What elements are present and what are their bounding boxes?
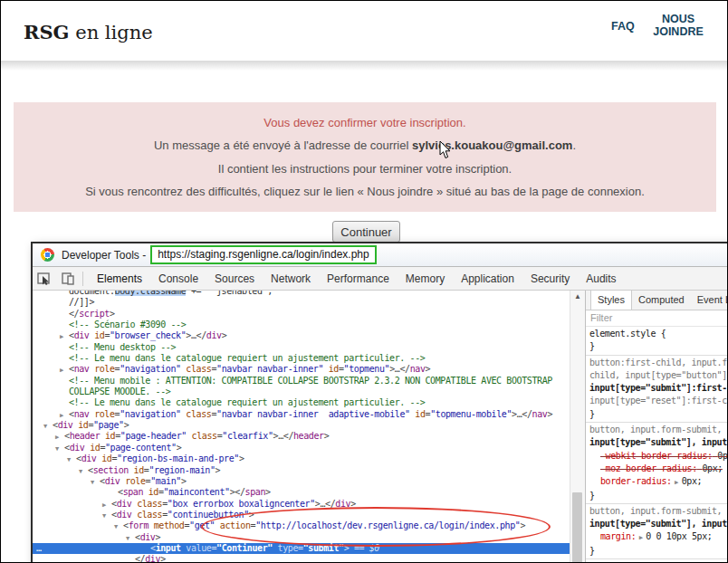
alert-title: Vous devez confirmer votre inscription. [23,116,707,129]
style-rule: button, input.form-submit, iinput[type="… [586,559,727,563]
elements-node[interactable]: ▼<div id="page"> [33,420,570,431]
style-selector[interactable]: } [589,408,727,421]
styles-panel-tabs: StylesComputedEvent Listeners [586,291,727,310]
devtools-tabbar-tabs: ElementsConsoleSourcesNetworkPerformance… [89,268,625,290]
devtools-url-highlighted: https://staging.rsgenligne.ca/login/inde… [150,245,377,264]
alert-email: sylvies.kouakou@gmail.com [412,138,572,152]
devtools-window-title: Developer Tools - [62,249,146,262]
devtools-tab-memory[interactable]: Memory [398,268,453,290]
elements-node[interactable]: ▼<div id="region-bs-main-and-pre"> [33,453,570,464]
style-selector[interactable]: button, input.form-submit, i [589,424,727,436]
alert-email-suffix: . [572,138,576,152]
style-property[interactable]: border-radius:▶0px; [589,475,727,489]
elements-selected-node[interactable]: …<input value="Continuer" type="submit">… [33,543,570,554]
elements-node[interactable]: document.body.className += ' jsenabled'; [33,291,570,297]
inspect-element-icon[interactable] [37,272,52,285]
logo-bold: RSG [24,21,70,43]
site-logo[interactable]: RSG en ligne [24,21,153,43]
style-selector[interactable]: button:first-child, input.fo [589,357,727,369]
screen: RSG en ligne FAQ NOUS JOINDRE Vous devez… [0,0,728,563]
devtools-main: document.body.className += ' jsenabled';… [33,291,727,563]
style-selector[interactable]: input[type="submit"], input[ [589,436,727,449]
style-selector[interactable]: input[type="submit"]:first-c [589,382,727,395]
code-scrollbar[interactable]: ▲ [570,291,585,563]
style-rule: button, input.form-submit, iinput[type="… [586,423,727,504]
nav-link-faq[interactable]: FAQ [611,20,635,33]
elements-node[interactable]: ▶<nav role="navigation" class="navbar na… [33,364,570,375]
style-rule: button:first-child, input.fochild, input… [586,356,727,423]
confirmation-alert: Vous devez confirmer votre inscription. … [14,102,716,212]
style-rule: element.style {} [586,327,727,356]
toolbar-separator [82,272,83,286]
style-selector[interactable]: } [589,340,727,353]
style-selector[interactable]: element.style { [589,328,727,340]
devtools-window: Developer Tools - https://staging.rsgenl… [31,242,728,563]
elements-node[interactable]: ▼<div> [33,532,570,543]
elements-node[interactable]: </script> [33,309,570,320]
scrollbar-up-icon[interactable]: ▲ [570,292,585,301]
style-rule: button, input.form-submit, iinput[type="… [586,504,727,559]
nav-link-nous-joindre[interactable]: NOUS JOINDRE [653,14,704,38]
styles-panel-tab-styles[interactable]: Styles [590,291,632,310]
elements-node[interactable]: <span id="maincontent"></span> [33,487,570,498]
mouse-cursor-icon [439,141,452,159]
devtools-tab-performance[interactable]: Performance [319,268,398,290]
chrome-icon [41,248,54,262]
style-selector[interactable]: input[type="submit"], input[ [589,518,727,530]
style-selector[interactable]: } [589,490,727,502]
elements-node[interactable]: <!-- Le menu dans le catalogue requiert … [33,397,570,408]
elements-node[interactable]: ▶<header id="page-header" class="clearfi… [33,431,570,442]
continue-button[interactable]: Continuer [332,221,400,243]
scrollbar-thumb[interactable] [572,492,582,563]
style-property[interactable]: margin:▶0 0 10px 5px; [589,530,727,544]
styles-panel: StylesComputedEvent Listeners Filter ele… [585,291,727,563]
alert-line-help: Si vous rencontrez des difficultés, cliq… [23,185,707,198]
site-header: RSG en ligne FAQ NOUS JOINDRE [1,1,727,61]
style-selector[interactable]: button, input.form-submit, i [589,505,727,518]
elements-node[interactable]: <!-- Le menu dans le catalogue requiert … [33,353,570,364]
elements-node[interactable]: ▼<section id="region-main"> [33,465,570,476]
devtools-tabbar: ElementsConsoleSourcesNetworkPerformance… [33,267,727,291]
alert-line-instructions: Il contient les instructions pour termin… [23,162,707,176]
elements-node[interactable]: <!-- Menu mobile : ATTENTION: COMPATIBLE… [33,376,570,386]
styles-blocks: element.style {}button:first-child, inpu… [586,327,727,563]
elements-node[interactable]: //]]> [33,297,570,308]
devtools-tab-console[interactable]: Console [150,268,206,290]
elements-node[interactable]: </div> [33,554,570,563]
style-selector[interactable]: child, input[type="button"]: [589,369,727,382]
devtools-tab-application[interactable]: Application [453,268,522,290]
alert-email-prefix: Un message a été envoyé à l'adresse de c… [154,138,412,152]
style-selector[interactable]: input[type="reset"]:first-ch [589,395,727,407]
style-property[interactable]: -webkit-border-radius: 0px; [589,450,727,463]
elements-node[interactable]: ▼<div role="main"> [33,476,570,487]
elements-node[interactable]: <!-- Scénario #3090 --> [33,320,570,330]
header-shadow [1,61,727,71]
elements-node[interactable]: ▶<div id="browser_check">…</div> [33,330,570,341]
elements-node[interactable]: ▼<form method="get" action="http://local… [33,520,570,531]
style-selector[interactable]: } [589,545,727,558]
elements-node[interactable]: COLLAPSE MOODLE. --> [33,386,570,397]
device-toolbar-icon[interactable] [61,272,75,285]
devtools-tab-security[interactable]: Security [522,268,578,290]
elements-node[interactable]: ▼<div id="page-content"> [33,443,570,453]
devtools-tab-audits[interactable]: Audits [578,268,624,290]
devtools-code: document.body.className += ' jsenabled';… [33,291,570,563]
devtools-tab-elements[interactable]: Elements [89,268,150,290]
elements-node[interactable]: ▼<div class="continuebutton"> [33,510,570,520]
elements-node[interactable]: <!-- Menu desktop --> [33,342,570,353]
logo-light: en ligne [70,22,153,43]
style-property[interactable]: -moz-border-radius: 0px; [589,463,727,475]
devtools-tab-sources[interactable]: Sources [206,268,263,290]
styles-panel-tab-event-listeners[interactable]: Event Listeners [691,291,727,310]
styles-panel-tab-computed[interactable]: Computed [632,291,691,310]
elements-node[interactable]: ▶<nav role="navigation" class="navbar na… [33,409,570,420]
alert-line-email: Un message a été envoyé à l'adresse de c… [23,138,707,152]
elements-node[interactable]: ▶<div class="box errorbox boxaligncenter… [33,499,570,510]
styles-filter-input[interactable]: Filter [586,310,727,327]
devtools-tab-network[interactable]: Network [263,268,319,290]
devtools-titlebar[interactable]: Developer Tools - https://staging.rsgenl… [33,243,727,267]
